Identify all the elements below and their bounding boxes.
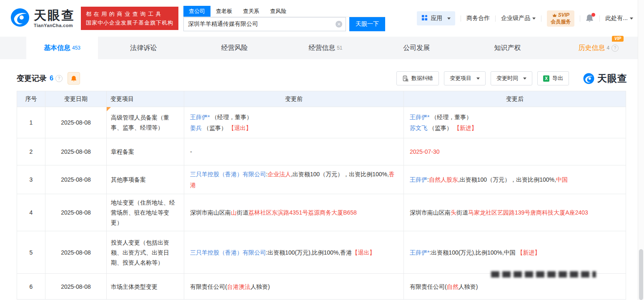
entity-link[interactable]: 姜兵 (190, 125, 202, 131)
changed-text: 【新进】 (517, 249, 541, 256)
change-item: 市场主体类型变更 (107, 274, 184, 300)
change-item: 地址变更（住所地址、经营场所、驻在地址等变更） (107, 194, 184, 231)
cell-text: 深圳市南山区南 (190, 209, 231, 216)
help-icon[interactable]: ? (611, 45, 619, 52)
apps-menu[interactable]: 应用 (417, 11, 455, 25)
clear-search-icon[interactable]: ✕ (336, 21, 342, 28)
notification-bell-icon[interactable] (586, 14, 594, 23)
column-header-2: 变更日期 (45, 91, 107, 107)
subscribe-bell-button[interactable] (68, 72, 80, 85)
row-number: 5 (17, 231, 45, 274)
change-date: 2025-08-08 (45, 194, 107, 231)
change-item: 章程备案 (107, 138, 184, 165)
entity-link[interactable]: 三只羊控股（香港）有限公司 (190, 249, 266, 256)
change-time-filter[interactable]: 变更时间 (491, 71, 532, 85)
change-date: 2025-08-08 (45, 138, 107, 165)
change-item-filter[interactable]: 变更项目 (444, 71, 486, 85)
cell-text: （监事） (202, 125, 228, 131)
svip-member-button[interactable]: SVIP 会员服务 (547, 10, 574, 27)
divider (580, 15, 580, 22)
chevron-down-icon (476, 78, 480, 80)
nav-tab-content: 基本信息453 (44, 44, 80, 52)
nav-tab-4[interactable]: 经营信息51 (280, 37, 371, 59)
entity-link[interactable]: 王薛俨* (410, 114, 429, 120)
after-cell: 深圳市南山区南头街道马家龙社区艺园路139号唐商科技大厦A座2403 (404, 194, 626, 231)
cell-text: ,出资额100（万元），出资比例100%, (291, 171, 389, 178)
cell-line: 有限责任公司(台港澳法人独资) (190, 281, 398, 292)
help-icon[interactable]: ? (55, 75, 63, 82)
changed-text: 荔林社区东滨路4351号荔源商务大厦B658 (248, 209, 357, 216)
row-number: 3 (17, 165, 45, 194)
cell-line: - (190, 146, 398, 157)
entity-link[interactable]: 王薛俨* (190, 114, 210, 120)
nav-tab-7[interactable]: 历史信息4VIP? (553, 37, 644, 59)
brand-name: 天眼查 (34, 9, 75, 22)
tianyancha-logo-icon (10, 8, 30, 29)
change-item: 其他事项备案 (107, 165, 184, 194)
table-toolbar: 数据纠错 变更项目 变更时间 X 导出 天眼查 (396, 71, 627, 85)
changed-text: 企业法人 (268, 171, 291, 178)
nav-tab-label: 经营信息 (308, 44, 335, 52)
section-title: 变更记录 (17, 73, 47, 83)
change-item: 投资人变更（包括出资额、出资方式、出资日期、投资人名称等） (107, 231, 184, 274)
search-input[interactable] (183, 17, 346, 31)
changed-text: 【退出】 (352, 249, 375, 256)
cell-line: 深圳市南山区南头街道马家龙社区艺园路139号唐商科技大厦A座2403 (410, 207, 620, 218)
row-number: 4 (17, 194, 45, 231)
search-tab-4[interactable]: 查风险 (265, 6, 292, 17)
cell-text: 街道 (456, 209, 468, 216)
user-menu[interactable]: 此处有... (605, 15, 633, 22)
slogan-line2: 国家中小企业发展子基金旗下机构 (86, 18, 173, 27)
cell-line: 王薛俨* （经理，董事） (190, 112, 398, 122)
change-item-filter-label: 变更项目 (450, 75, 471, 82)
entity-link[interactable]: 王薛俨 (410, 176, 427, 183)
cell-line: 王薛俨*:出资额100(万元),比例100%,中国 【新进】 (410, 247, 620, 258)
entity-link[interactable]: 三只羊控股（香港）有限公司 (190, 171, 266, 178)
chevron-down-icon (630, 18, 633, 20)
row-number: 2 (17, 138, 45, 165)
vip-badge: VIP (612, 36, 624, 42)
watermark-logo: 天眼查 (583, 72, 627, 85)
entity-link[interactable]: 王薛俨* (410, 249, 429, 256)
before-cell: 深圳市南山区南山街道荔林社区东滨路4351号荔源商务大厦B658 (184, 194, 404, 231)
nav-tab-1[interactable]: 基本信息453 (26, 37, 98, 59)
data-correction-button[interactable]: 数据纠错 (396, 71, 439, 85)
cell-text: :出资额100(万元),比例100%,中国 (429, 249, 517, 256)
search-tab-2[interactable]: 查老板 (210, 6, 238, 17)
enterprise-products-menu[interactable]: 企业级产品 (501, 15, 536, 22)
entity-link[interactable]: 苏文飞 (410, 125, 427, 131)
table-row: 62025-08-08市场主体类型变更有限责任公司(台港澳法人独资)有限责任公司… (17, 274, 626, 300)
cell-text: （经理，董事） (210, 114, 252, 120)
nav-tab-content: 法律诉讼 (130, 44, 157, 52)
divider (599, 15, 600, 22)
search-tab-3[interactable]: 查关系 (238, 6, 265, 17)
nav-tab-2[interactable]: 法律诉讼 (98, 37, 189, 59)
changed-text: 山 (231, 209, 237, 216)
tianyancha-logo[interactable]: 天眼查 TianYanCha.com (10, 8, 75, 29)
nav-tab-count: 51 (337, 45, 342, 51)
search-tabs: 查公司查老板查关系查风险 (183, 6, 385, 17)
cell-text: 街道 (237, 209, 248, 216)
nav-tab-5[interactable]: 公司发展 (371, 37, 462, 59)
cell-line: 深圳市南山区南山街道荔林社区东滨路4351号荔源商务大厦B658 (190, 207, 398, 218)
main-content: 变更记录 6 ? 数据纠错 变更项目 (0, 71, 644, 300)
change-date: 2025-08-08 (45, 107, 107, 138)
search-tab-1[interactable]: 查公司 (183, 6, 210, 17)
change-date: 2025-08-08 (45, 274, 107, 300)
cell-line: 姜兵 （监事） 【退出】 (190, 122, 398, 133)
apps-grid-icon (421, 15, 428, 22)
after-cell: 王薛俨*:出资额100(万元),比例100%,中国 【新进】 (404, 231, 626, 274)
changed-text: 自然 (447, 283, 459, 290)
nav-tab-3[interactable]: 经营风险 (189, 37, 280, 59)
export-button[interactable]: X 导出 (537, 71, 569, 85)
business-cooperation-link[interactable]: 商务合作 (466, 15, 490, 22)
nav-tab-6[interactable]: 知识产权 (462, 37, 553, 59)
after-cell: 王薛俨* （经理，董事）苏文飞 （监事） 【新进】 (404, 107, 626, 138)
change-count-badge: 6 (50, 75, 53, 82)
search-button[interactable]: 天眼一下 (349, 17, 385, 31)
cell-line: 2025-07-30 (410, 146, 620, 157)
after-cell: 王薛俨:自然人股东,出资额100（万元），出资比例100%,中国 (404, 165, 626, 194)
scrollbar-thumb[interactable] (639, 249, 643, 300)
page-scrollbar[interactable] (638, 0, 644, 300)
table-row: 52025-08-08投资人变更（包括出资额、出资方式、出资日期、投资人名称等）… (17, 231, 626, 274)
